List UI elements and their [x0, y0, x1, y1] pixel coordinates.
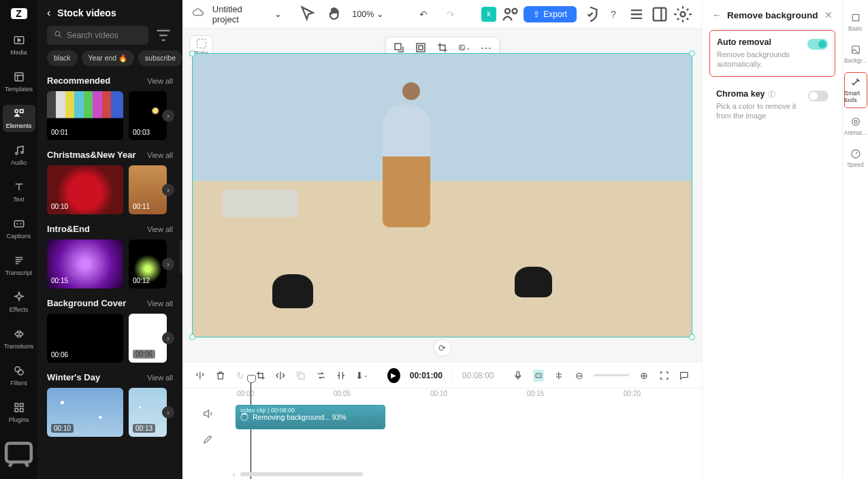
video-thumb[interactable]: 00:06 — [47, 314, 123, 363]
image-icon[interactable]: ⌄ — [458, 42, 470, 54]
fit-icon[interactable] — [415, 42, 427, 54]
canvas[interactable]: Ratio ⌄ ⋯ ⟳ — [182, 29, 702, 362]
resize-handle[interactable] — [189, 334, 195, 340]
prop-tab-animation[interactable]: Animat... — [844, 112, 867, 140]
cloud-icon[interactable] — [192, 7, 204, 22]
crop-icon[interactable] — [436, 42, 449, 54]
export-button[interactable]: ⇪Export — [524, 6, 577, 22]
rail-elements[interactable]: Elements — [3, 105, 35, 132]
zoom-slider[interactable] — [594, 374, 629, 376]
scroll-right-icon[interactable]: › — [162, 110, 174, 122]
prop-tab-background[interactable]: Backgr... — [844, 40, 867, 68]
resize-handle[interactable] — [689, 50, 695, 56]
share-button[interactable] — [500, 5, 519, 24]
props-back-button[interactable]: ← — [712, 10, 722, 20]
autocaption-icon[interactable] — [533, 369, 544, 382]
more-icon[interactable]: ⋯ — [480, 42, 492, 54]
crop-tl-icon[interactable] — [255, 369, 266, 382]
prop-tab-speed[interactable]: Speed — [844, 144, 867, 172]
resize-handle[interactable] — [189, 50, 195, 56]
scroll-right-icon[interactable]: › — [162, 332, 174, 344]
delete-icon[interactable] — [215, 369, 226, 382]
scroll-right-icon[interactable]: › — [162, 184, 174, 196]
split2-icon[interactable] — [336, 369, 347, 382]
rail-transitions[interactable]: Transitions — [3, 325, 35, 352]
rail-filters[interactable]: Filters — [3, 362, 35, 389]
undo-button[interactable]: ↶ — [414, 5, 433, 24]
replace-icon[interactable] — [393, 42, 405, 54]
hand-tool[interactable] — [325, 5, 344, 24]
resize-handle[interactable] — [689, 334, 695, 340]
shield-icon[interactable] — [581, 5, 600, 24]
close-icon[interactable]: ✕ — [824, 10, 833, 20]
video-clip[interactable]: video clip | 00:08:00 Removing backgroun… — [236, 405, 385, 429]
rotate-icon[interactable]: ↻ — [235, 369, 246, 382]
video-thumb[interactable]: 00:13 — [129, 388, 167, 437]
viewall-link[interactable]: View all — [147, 77, 173, 85]
tasks-icon[interactable] — [627, 5, 646, 24]
track-body[interactable]: 00:00 00:05 00:10 00:15 00:20 video clip… — [233, 389, 702, 479]
time-ruler[interactable]: 00:00 00:05 00:10 00:15 00:20 — [233, 389, 702, 402]
zoomin-icon[interactable]: ⊕ — [639, 369, 649, 382]
prop-tab-smart-tools[interactable]: Smart tools — [844, 72, 867, 108]
rail-effects[interactable]: Effects — [3, 288, 35, 316]
tag-item[interactable]: subscribe — [138, 50, 182, 66]
refresh-button[interactable]: ⟳ — [434, 339, 451, 357]
video-thumb[interactable]: 00:03 — [129, 91, 167, 140]
avatar[interactable]: k — [481, 7, 496, 22]
rail-captions[interactable]: Captions — [3, 215, 35, 242]
scroll-right-icon[interactable]: › — [162, 406, 174, 418]
video-thumb[interactable]: 00:10 — [47, 165, 123, 214]
mute-track-icon[interactable] — [202, 408, 214, 420]
zoomout-icon[interactable]: ⊖ — [574, 369, 585, 382]
reorder-icon[interactable] — [316, 369, 327, 382]
redo-button[interactable]: ↷ — [441, 5, 460, 24]
rail-text[interactable]: Text — [3, 178, 35, 205]
stock-back-button[interactable]: ‹ — [47, 7, 50, 19]
fit-timeline-icon[interactable] — [659, 369, 670, 382]
video-thumb[interactable]: 00:06 — [129, 314, 167, 363]
rail-feedback[interactable] — [0, 435, 37, 476]
copy-icon[interactable] — [295, 369, 306, 382]
viewall-link[interactable]: View all — [147, 299, 173, 308]
settings-icon[interactable] — [673, 5, 692, 24]
split-icon[interactable] — [195, 369, 206, 382]
chroma-key-toggle[interactable] — [808, 90, 829, 101]
viewall-link[interactable]: View all — [147, 151, 173, 159]
mic-icon[interactable] — [513, 369, 524, 382]
comment-icon[interactable] — [679, 369, 690, 382]
play-button[interactable]: ▶ — [387, 368, 400, 383]
rail-plugins[interactable]: Plugins — [3, 399, 35, 426]
tag-item[interactable]: Year end 🔥 — [82, 50, 135, 66]
video-thumb[interactable]: 00:10 — [47, 388, 123, 437]
align-icon[interactable] — [553, 369, 564, 382]
download-icon[interactable]: ⬇⌄ — [356, 369, 368, 382]
video-thumb[interactable]: 00:11 — [129, 165, 167, 214]
video-thumb[interactable]: 00:15 — [47, 240, 123, 288]
rail-templates[interactable]: Templates — [3, 68, 35, 95]
search-input[interactable]: Search videos — [47, 26, 148, 45]
help-icon[interactable]: ? — [604, 5, 623, 24]
video-thumb[interactable]: 00:12 — [129, 240, 167, 288]
tag-item[interactable]: black — [47, 50, 78, 66]
edit-track-icon[interactable] — [202, 433, 214, 445]
viewall-link[interactable]: View all — [147, 374, 173, 382]
panels-icon[interactable] — [650, 5, 669, 24]
pointer-tool[interactable] — [298, 5, 317, 24]
auto-removal-toggle[interactable] — [807, 39, 828, 50]
rail-audio[interactable]: Audio — [3, 142, 35, 169]
filter-button[interactable] — [154, 26, 173, 45]
app-logo[interactable]: Z — [11, 8, 27, 19]
zoom-dropdown[interactable]: 100%⌄ — [352, 9, 384, 19]
project-title[interactable]: Untitled project⌄ — [212, 4, 282, 24]
rail-media[interactable]: Media — [3, 31, 35, 59]
rail-transcript[interactable]: Transcript — [3, 252, 35, 279]
prop-tab-basic[interactable]: Basic — [844, 8, 867, 36]
horizontal-scrollbar[interactable]: ‹ — [233, 471, 695, 478]
video-thumb[interactable]: 00:01 — [47, 91, 123, 140]
info-icon[interactable]: i — [768, 90, 775, 98]
mirror-icon[interactable] — [275, 369, 286, 382]
scroll-right-icon[interactable]: › — [162, 258, 174, 270]
viewall-link[interactable]: View all — [147, 225, 173, 233]
video-preview[interactable] — [192, 53, 692, 337]
